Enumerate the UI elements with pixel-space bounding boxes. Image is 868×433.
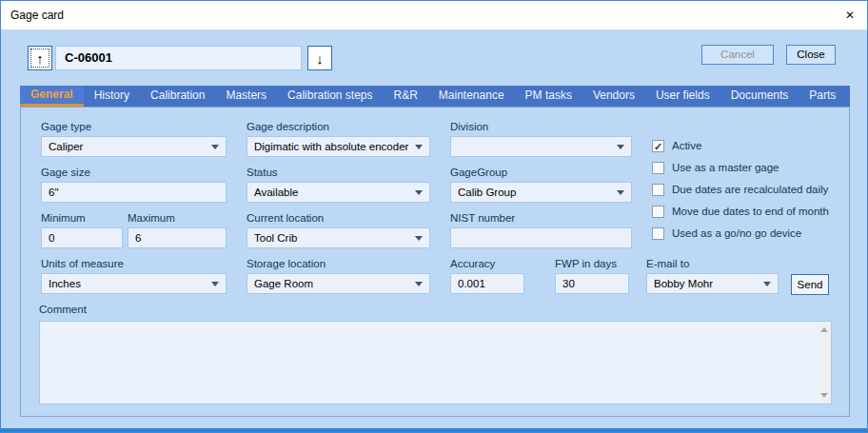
tab-bar: General History Calibration Masters Cali… (20, 86, 850, 107)
tab-pm-tasks[interactable]: PM tasks (515, 86, 582, 107)
fwp-in-days-input[interactable]: 30 (555, 273, 629, 294)
comment-scrollbar[interactable] (818, 322, 831, 403)
division-label: Division (450, 121, 488, 132)
master-gage-checkbox-label: Use as a master gage (672, 162, 779, 173)
scrollbar-down-icon[interactable] (820, 393, 828, 398)
storage-location-label: Storage location (247, 258, 326, 269)
checkbox-check-icon (652, 227, 664, 240)
current-location-dropdown[interactable]: Tool Crib (247, 227, 430, 248)
dropdown-arrow-icon (415, 282, 423, 286)
next-record-button[interactable]: ↓ (307, 46, 332, 70)
move-due-dates-checkbox-label: Move due dates to end of month (672, 206, 829, 217)
dropdown-arrow-icon (211, 145, 219, 149)
tab-history[interactable]: History (84, 86, 140, 107)
maximum-value: 6 (135, 232, 141, 244)
due-dates-daily-checkbox-label: Due dates are recalculated daily (672, 184, 828, 195)
tab-user-fields[interactable]: User fields (645, 86, 720, 107)
tab-masters[interactable]: Masters (215, 86, 277, 107)
gage-description-dropdown[interactable]: Digimatic with absolute encoder (247, 136, 430, 157)
window-bottom-edge (1, 428, 867, 432)
tab-maintenance[interactable]: Maintenance (428, 86, 515, 107)
tab-vendors[interactable]: Vendors (582, 86, 645, 107)
checkbox-check-icon (652, 184, 664, 196)
minimum-value: 0 (49, 232, 54, 244)
comment-label: Comment (39, 304, 87, 315)
window-title: Gage card (10, 1, 64, 30)
scrollbar-up-icon[interactable] (820, 327, 828, 332)
storage-location-value: Gage Room (254, 278, 313, 289)
dropdown-arrow-icon (763, 282, 771, 286)
up-arrow-icon: ↑ (36, 50, 44, 67)
send-button[interactable]: Send (791, 274, 829, 295)
window-close-icon[interactable]: ✕ (839, 5, 860, 26)
status-label: Status (247, 167, 278, 178)
previous-record-button[interactable]: ↑ (28, 46, 52, 70)
tab-documents[interactable]: Documents (720, 86, 799, 107)
comment-textarea[interactable] (39, 321, 832, 404)
cancel-button[interactable]: Cancel (701, 45, 774, 65)
tab-randr[interactable]: R&R (384, 86, 428, 107)
tab-general[interactable]: General (20, 86, 84, 107)
status-value: Available (254, 187, 298, 198)
email-to-label: E-mail to (646, 258, 689, 269)
tab-calibration-steps[interactable]: Calibration steps (277, 86, 383, 107)
gage-description-value: Digimatic with absolute encoder (254, 141, 408, 152)
gage-id-field[interactable]: C-06001 (55, 46, 302, 70)
email-to-dropdown[interactable]: Bobby Mohr (646, 273, 779, 294)
gage-type-dropdown[interactable]: Caliper (41, 136, 227, 157)
close-button[interactable]: Close (786, 45, 836, 65)
down-arrow-icon: ↓ (316, 50, 324, 67)
storage-location-dropdown[interactable]: Gage Room (247, 273, 430, 294)
minimum-label: Minimum (41, 212, 86, 224)
dropdown-arrow-icon (617, 190, 624, 195)
gage-type-value: Caliper (49, 141, 83, 152)
gage-size-value: 6" (49, 187, 58, 198)
division-dropdown[interactable] (450, 136, 632, 157)
minimum-input[interactable]: 0 (41, 227, 123, 248)
units-of-measure-value: Inches (49, 278, 81, 289)
current-location-label: Current location (247, 212, 324, 224)
tab-parts[interactable]: Parts (799, 86, 846, 107)
units-of-measure-label: Units of measure (41, 258, 124, 269)
tab-calibration[interactable]: Calibration (140, 86, 215, 107)
gage-type-label: Gage type (41, 121, 91, 132)
maximum-input[interactable]: 6 (128, 227, 227, 248)
gage-card-dialog: Gage card ✕ ↑ C-06001 ↓ Cancel Close Gen… (0, 0, 868, 433)
accuracy-input[interactable]: 0.001 (450, 273, 524, 294)
gage-description-label: Gage description (247, 121, 329, 132)
current-location-value: Tool Crib (254, 232, 297, 244)
go-no-go-checkbox-label: Used as a go/no go device (672, 227, 801, 239)
accuracy-label: Accuracy (450, 258, 495, 269)
nist-number-input[interactable] (450, 227, 632, 248)
title-bar: Gage card ✕ (1, 1, 867, 30)
fwp-in-days-value: 30 (562, 278, 575, 289)
checkbox-check-icon (652, 206, 664, 218)
checkbox-check-icon (652, 162, 664, 174)
dropdown-arrow-icon (617, 145, 624, 149)
accuracy-value: 0.001 (458, 278, 485, 289)
email-to-value: Bobby Mohr (654, 278, 713, 289)
active-checkbox-label: Active (672, 140, 701, 151)
checkbox-check-icon: ✓ (652, 140, 664, 152)
units-of-measure-dropdown[interactable]: Inches (41, 273, 227, 294)
dropdown-arrow-icon (415, 236, 423, 241)
status-dropdown[interactable]: Available (247, 182, 430, 203)
gage-group-value: Calib Group (458, 187, 516, 198)
dropdown-arrow-icon (415, 190, 423, 195)
nist-number-label: NIST number (450, 212, 515, 224)
gage-size-input[interactable]: 6" (41, 182, 227, 203)
maximum-label: Maximum (128, 212, 175, 224)
gage-size-label: Gage size (41, 167, 90, 178)
gage-group-label: GageGroup (450, 167, 507, 178)
dropdown-arrow-icon (211, 282, 219, 286)
dropdown-arrow-icon (415, 145, 423, 149)
fwp-in-days-label: FWP in days (555, 258, 617, 269)
gage-group-dropdown[interactable]: Calib Group (450, 182, 632, 203)
